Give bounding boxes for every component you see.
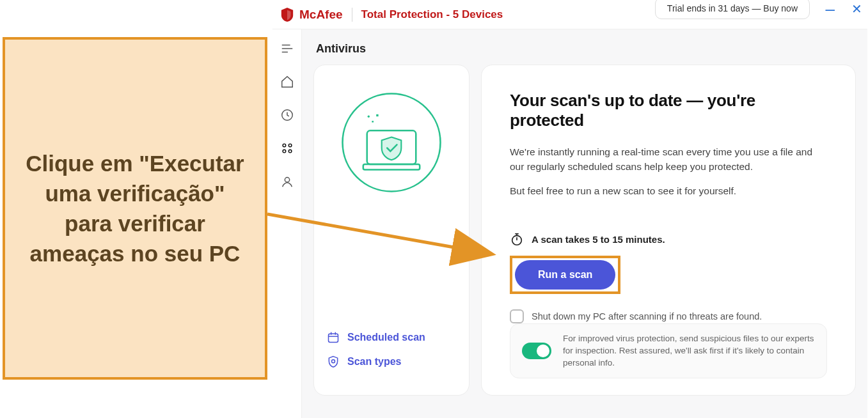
scan-duration-row: A scan takes 5 to 15 minutes. xyxy=(510,233,827,247)
scan-status-body-1: We're instantly running a real-time scan… xyxy=(510,144,827,174)
annotation-callout: Clique em "Executar uma verificação" par… xyxy=(3,37,267,380)
apps-grid-icon[interactable] xyxy=(278,139,296,157)
calendar-icon xyxy=(327,331,340,344)
scan-status-card: Your scan's up to date — you're protecte… xyxy=(481,65,856,396)
brand-separator xyxy=(352,8,352,22)
scheduled-scan-link[interactable]: Scheduled scan xyxy=(327,331,456,344)
scan-types-link[interactable]: Scan types xyxy=(327,355,456,368)
mcafee-logo-icon xyxy=(280,7,294,22)
shutdown-after-scan-row: Shut down my PC after scanning if no thr… xyxy=(510,309,827,323)
scheduled-scan-label: Scheduled scan xyxy=(347,332,425,343)
panels-row: Scheduled scan Scan types Your scan's up… xyxy=(313,65,856,396)
account-icon[interactable] xyxy=(278,173,296,190)
svg-point-7 xyxy=(283,150,286,153)
scan-status-body-2: But feel free to run a new scan to see i… xyxy=(510,183,827,198)
send-files-info-strip: For improved virus protection, send susp… xyxy=(510,323,827,379)
scan-status-heading: Your scan's up to date — you're protecte… xyxy=(510,91,827,130)
annotation-text: Clique em "Executar uma verificação" par… xyxy=(24,148,246,269)
svg-point-5 xyxy=(283,144,286,147)
brand-block: McAfee xyxy=(280,7,343,22)
scan-visual-card: Scheduled scan Scan types xyxy=(313,65,470,396)
app-window: McAfee Total Protection - 5 Devices Tria… xyxy=(272,0,867,418)
svg-point-21 xyxy=(512,235,522,245)
scan-duration-text: A scan takes 5 to 15 minutes. xyxy=(532,234,665,245)
svg-point-13 xyxy=(368,116,370,118)
minimize-button[interactable]: – xyxy=(826,6,835,12)
shield-settings-icon xyxy=(327,355,340,368)
menu-icon[interactable] xyxy=(278,40,296,58)
svg-point-20 xyxy=(332,360,335,363)
svg-rect-16 xyxy=(329,334,338,342)
left-card-links: Scheduled scan Scan types xyxy=(327,331,456,368)
page-title: Antivirus xyxy=(316,42,856,56)
content-area: Antivirus xyxy=(302,29,867,418)
brand-name: McAfee xyxy=(299,8,343,22)
svg-point-8 xyxy=(288,150,292,153)
svg-rect-14 xyxy=(376,114,378,116)
send-files-info-text: For improved virus protection, send susp… xyxy=(563,333,815,369)
shutdown-label: Shut down my PC after scanning if no thr… xyxy=(532,311,762,321)
home-icon[interactable] xyxy=(278,73,296,91)
send-files-toggle[interactable] xyxy=(522,343,551,359)
run-scan-highlight-box: Run a scan xyxy=(510,256,620,294)
svg-point-9 xyxy=(285,178,289,182)
titlebar: McAfee Total Protection - 5 Devices Tria… xyxy=(272,0,867,29)
side-nav-rail xyxy=(272,29,302,418)
app-body: Antivirus xyxy=(272,29,867,418)
scan-types-label: Scan types xyxy=(347,356,401,368)
stopwatch-icon xyxy=(510,233,524,247)
close-button[interactable]: ✕ xyxy=(851,1,862,17)
scan-illustration-icon xyxy=(337,88,446,197)
svg-rect-12 xyxy=(363,164,420,170)
svg-point-6 xyxy=(288,144,292,147)
window-controls: – ✕ xyxy=(826,1,862,17)
run-scan-button[interactable]: Run a scan xyxy=(515,260,615,290)
svg-rect-15 xyxy=(372,121,374,123)
protection-score-icon[interactable] xyxy=(278,106,296,124)
shutdown-checkbox[interactable] xyxy=(510,309,524,323)
trial-buy-now-button[interactable]: Trial ends in 31 days — Buy now xyxy=(655,0,810,19)
product-name: Total Protection - 5 Devices xyxy=(361,8,503,21)
